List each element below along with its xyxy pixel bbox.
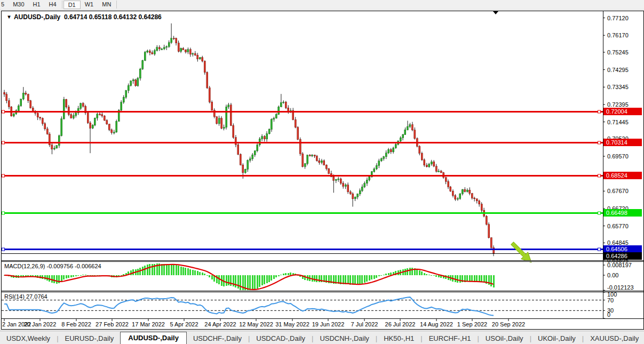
line-handle[interactable]	[598, 212, 601, 214]
toolbar-separator	[62, 1, 62, 9]
svg-text:0.64845: 0.64845	[607, 239, 629, 246]
macd-label: MACD(12,26,9) -0.009756 -0.006624	[4, 263, 101, 269]
svg-text:0.00: 0.00	[607, 272, 618, 278]
tab-usdcad-daily[interactable]: USDCAD-,Daily	[250, 333, 312, 344]
tab-usoil-daily[interactable]: USOil-,Daily	[479, 333, 530, 344]
price-chart: 0.771200.761700.752450.742950.733450.723…	[2, 11, 643, 329]
tab-usdchf-daily[interactable]: USDCHF-,Daily	[187, 333, 248, 344]
price-badge-0.70314: 0.70314	[606, 139, 627, 146]
chart-tab-bar: USDX,Weekly|EURUSD-,DailyAUDUSD-,DailyUS…	[0, 331, 644, 344]
date-label: 12 May 2022	[239, 321, 273, 327]
line-handle[interactable]	[2, 212, 5, 214]
svg-text:0.65770: 0.65770	[607, 223, 629, 229]
date-axis: 2 Jan 202220 Jan 20228 Feb 202227 Feb 20…	[2, 319, 525, 327]
date-label: 24 Apr 2022	[204, 321, 236, 327]
tab-ukoil-daily[interactable]: UKOil-,Daily	[531, 333, 582, 344]
line-handle[interactable]	[2, 248, 5, 251]
date-label: 17 Mar 2022	[132, 321, 165, 327]
date-label: 1 Sep 2022	[457, 321, 487, 327]
date-label: 5 Apr 2022	[170, 321, 198, 327]
tab-usdx-weekly[interactable]: USDX,Weekly	[0, 333, 57, 344]
rsi-value: 27.0764	[26, 293, 47, 300]
chart-dropdown-icon[interactable]: ▼	[6, 14, 12, 20]
chart-title: ▼AUDUSD-,Daily 0.64714 0.65118 0.64132 0…	[6, 13, 162, 21]
horizontal-lines	[2, 110, 603, 254]
toolbar-separator	[116, 1, 117, 9]
shift-marker-icon	[493, 11, 498, 14]
macd-name: MACD(12,26,9)	[4, 263, 45, 269]
svg-text:70: 70	[607, 297, 614, 303]
indicator-axes: 0.0081970.00-0.01212310070300	[603, 262, 634, 318]
chart-symbol-label: AUDUSD-,Daily	[14, 13, 60, 21]
timeframe-button-W1[interactable]: W1	[81, 1, 98, 9]
svg-text:-0.012123: -0.012123	[607, 284, 634, 291]
tab-hk50-h1[interactable]: HK50-,H1	[377, 333, 420, 344]
timeframe-toolbar: 5M30H1H4D1W1MN	[0, 0, 644, 10]
svg-text:0.71445: 0.71445	[607, 119, 629, 125]
timeframe-button-H4[interactable]: H4	[45, 1, 61, 9]
macd-main-value: -0.009756	[46, 263, 73, 269]
svg-text:0: 0	[607, 311, 610, 318]
arrow-annotation[interactable]	[511, 242, 532, 263]
price-badge-0.64506: 0.64506	[606, 246, 627, 252]
timeframe-button-MN[interactable]: MN	[98, 1, 115, 9]
line-handle[interactable]	[598, 110, 601, 113]
price-badge-0.68524: 0.68524	[606, 172, 627, 179]
timeframe-button-H1[interactable]: H1	[29, 1, 45, 9]
date-label: 20 Jan 2022	[24, 321, 57, 327]
date-label: 8 Feb 2022	[61, 321, 91, 327]
svg-text:0.67670: 0.67670	[607, 188, 629, 194]
svg-text:0.75245: 0.75245	[607, 49, 629, 55]
date-label: 26 Jul 2022	[385, 321, 416, 327]
svg-text:0.73345: 0.73345	[607, 84, 629, 90]
price-badge-0.66498: 0.66498	[606, 210, 627, 216]
rsi-name: RSI(14)	[4, 293, 25, 300]
macd-signal-value: -0.006624	[75, 263, 101, 269]
line-handle[interactable]	[2, 174, 5, 177]
chart-window: 0.771200.761700.752450.742950.733450.723…	[1, 11, 644, 330]
price-badge-0.64286: 0.64286	[606, 253, 627, 259]
tab-xauusd-daily[interactable]: XAUUSD-,Daily	[584, 333, 644, 344]
svg-text:0.008197: 0.008197	[607, 262, 632, 268]
price-badges: 0.720040.703140.685240.664980.645060.642…	[603, 108, 642, 260]
mt4-window: 5M30H1H4D1W1MN 0.771200.761700.752450.74…	[0, 0, 644, 344]
date-label: 7 Jul 2022	[351, 321, 378, 327]
chart-ohlc-values: 0.64714 0.65118 0.64132 0.64286	[64, 13, 162, 21]
date-label: 27 Feb 2022	[96, 321, 129, 327]
svg-text:0.77120: 0.77120	[607, 15, 629, 21]
date-label: 20 Sep 2022	[492, 321, 525, 327]
timeframe-button-D1[interactable]: D1	[63, 1, 81, 9]
svg-text:0.74295: 0.74295	[607, 67, 629, 73]
date-label: 19 Jun 2022	[312, 321, 345, 327]
rsi-label: RSI(14) 27.0764	[4, 293, 47, 300]
tab-audusd-daily[interactable]: AUDUSD-,Daily	[120, 332, 187, 344]
svg-text:0.72395: 0.72395	[607, 101, 629, 108]
line-handle[interactable]	[598, 248, 601, 251]
candlestick-series	[4, 23, 495, 256]
svg-text:0.69570: 0.69570	[607, 153, 629, 159]
price-badge-0.72004: 0.72004	[606, 108, 627, 115]
timeframe-button-5[interactable]: 5	[0, 1, 9, 9]
line-handle[interactable]	[598, 174, 601, 177]
date-label: 14 Aug 2022	[420, 321, 453, 327]
tab-usdcnh-daily[interactable]: USDCNH-,Daily	[313, 333, 375, 344]
tab-eurusd-daily[interactable]: EURUSD-,Daily	[59, 333, 121, 344]
svg-text:0.76170: 0.76170	[607, 32, 629, 38]
line-handle[interactable]	[2, 110, 5, 113]
line-handle[interactable]	[2, 141, 5, 144]
tab-eurchf-h1[interactable]: EURCHF-,H1	[423, 333, 478, 344]
date-label: 31 May 2022	[275, 321, 309, 327]
timeframe-button-M30[interactable]: M30	[9, 1, 28, 9]
line-handle[interactable]	[598, 141, 601, 144]
